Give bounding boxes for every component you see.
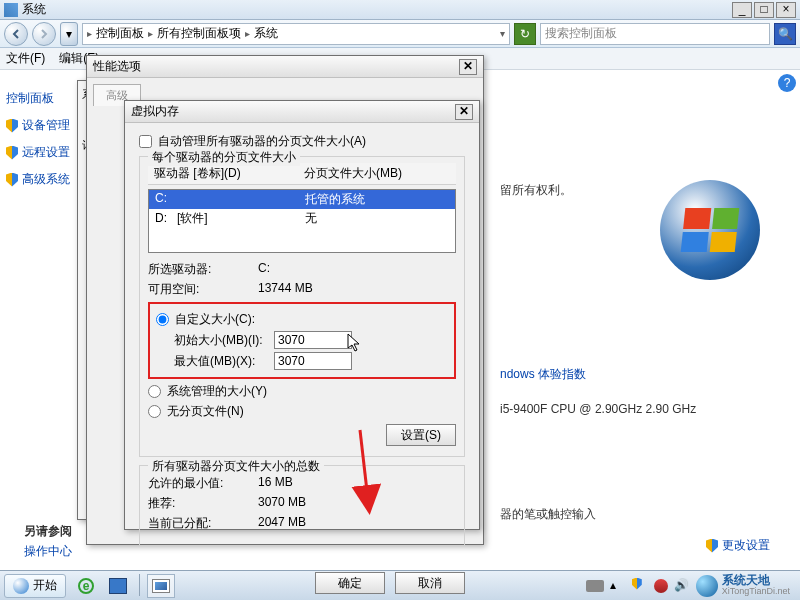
back-button[interactable] (4, 22, 28, 46)
breadcrumb[interactable]: ▸ 控制面板 ▸ 所有控制面板项 ▸ 系统 ▾ (82, 23, 510, 45)
action-center-link[interactable]: 操作中心 (24, 543, 72, 560)
recommended-label: 推荐: (148, 495, 258, 512)
help-button[interactable]: ? (778, 74, 796, 92)
shield-icon (6, 146, 18, 160)
drive-list[interactable]: C: 托管的系统 D: [软件] 无 (148, 189, 456, 253)
sidelink-control-panel[interactable]: 控制面板 (6, 90, 84, 107)
start-orb-icon (13, 578, 29, 594)
sidelink-remote-settings[interactable]: 远程设置 (6, 144, 84, 161)
virtual-memory-dialog: 虚拟内存 ✕ 自动管理所有驱动器的分页文件大小(A) 每个驱动器的分页文件大小 … (124, 100, 480, 530)
search-button[interactable]: 🔍 (774, 23, 796, 45)
shield-icon (6, 173, 18, 187)
vm-dialog-title: 虚拟内存 (131, 103, 455, 120)
breadcrumb-seg[interactable]: 系统 (252, 25, 280, 42)
custom-size-radio[interactable] (156, 313, 169, 326)
vm-ok-button[interactable]: 确定 (315, 572, 385, 594)
perf-dialog-title: 性能选项 (93, 58, 459, 75)
chevron-icon: ▸ (245, 28, 250, 39)
watermark-brand: 系统天地 XiTongTianDi.net (696, 575, 790, 597)
initial-size-input[interactable] (274, 331, 352, 349)
vm-dialog-close[interactable]: ✕ (455, 104, 473, 120)
pen-text: 器的笔或触控输入 (500, 506, 696, 524)
perf-dialog-titlebar: 性能选项 ✕ (87, 56, 483, 78)
globe-icon (696, 575, 718, 597)
search-input[interactable]: 搜索控制面板 (540, 23, 770, 45)
history-dropdown[interactable]: ▾ (60, 22, 78, 46)
min-allowed-value: 16 MB (258, 475, 293, 492)
drive-row[interactable]: D: [软件] 无 (149, 209, 455, 228)
close-button[interactable]: × (776, 2, 796, 18)
tray-up-icon[interactable]: ▴ (610, 578, 626, 594)
max-size-label: 最大值(MB)(X): (174, 353, 274, 370)
max-size-input[interactable] (274, 352, 352, 370)
breadcrumb-seg[interactable]: 所有控制面板项 (155, 25, 243, 42)
tray-flag-icon[interactable] (632, 578, 648, 594)
main-window-titlebar: 系统 _ □ × (0, 0, 800, 20)
chevron-icon: ▸ (87, 28, 92, 39)
start-label: 开始 (33, 577, 57, 594)
navigation-bar: ▾ ▸ 控制面板 ▸ 所有控制面板项 ▸ 系统 ▾ ↻ 搜索控制面板 🔍 (0, 20, 800, 48)
vm-cancel-button[interactable]: 取消 (395, 572, 465, 594)
chevron-icon: ▸ (148, 28, 153, 39)
maximize-button[interactable]: □ (754, 2, 774, 18)
cpu-text: i5-9400F CPU @ 2.90GHz 2.90 GHz (500, 402, 696, 420)
tray-network-icon[interactable] (654, 579, 668, 593)
initial-size-label: 初始大小(MB)(I): (174, 332, 274, 349)
see-also-heading: 另请参阅 (24, 523, 72, 540)
set-button[interactable]: 设置(S) (386, 424, 456, 446)
sidelink-device-manager[interactable]: 设备管理 (6, 117, 84, 134)
min-allowed-label: 允许的最小值: (148, 475, 258, 492)
drive-header-size: 分页文件大小(MB) (298, 163, 408, 184)
shield-icon (706, 539, 718, 553)
recommended-value: 3070 MB (258, 495, 306, 512)
custom-size-label: 自定义大小(C): (175, 311, 255, 328)
chevron-down-icon[interactable]: ▾ (500, 28, 505, 39)
change-settings-link[interactable]: 更改设置 (706, 537, 770, 554)
breadcrumb-seg[interactable]: 控制面板 (94, 25, 146, 42)
system-managed-label: 系统管理的大小(Y) (167, 383, 267, 400)
perf-dialog-close[interactable]: ✕ (459, 59, 477, 75)
drive-header-drive: 驱动器 [卷标](D) (148, 163, 298, 184)
selected-drive-value: C: (258, 261, 270, 278)
current-alloc-label: 当前已分配: (148, 515, 258, 532)
refresh-button[interactable]: ↻ (514, 23, 536, 45)
no-paging-label: 无分页文件(N) (167, 403, 244, 420)
menu-file[interactable]: 文件(F) (6, 50, 45, 67)
selected-drive-label: 所选驱动器: (148, 261, 258, 278)
system-tray: ▴ 🔊 系统天地 XiTongTianDi.net (586, 575, 796, 597)
search-placeholder: 搜索控制面板 (545, 25, 617, 42)
tray-keyboard-icon[interactable] (586, 580, 604, 592)
avail-space-label: 可用空间: (148, 281, 258, 298)
shield-icon (6, 119, 18, 133)
system-info-fragments: 留所有权利。 ndows 体验指数 i5-9400F CPU @ 2.90GHz… (500, 182, 696, 600)
drive-row[interactable]: C: 托管的系统 (149, 190, 455, 209)
avail-space-value: 13744 MB (258, 281, 313, 298)
system-managed-radio[interactable] (148, 385, 161, 398)
sidelink-advanced-system[interactable]: 高级系统 (6, 171, 84, 188)
totals-group-label: 所有驱动器分页文件大小的总数 (148, 458, 324, 475)
custom-size-highlight: 自定义大小(C): 初始大小(MB)(I): 最大值(MB)(X): (148, 302, 456, 379)
system-icon (4, 3, 18, 17)
no-paging-radio[interactable] (148, 405, 161, 418)
auto-manage-label: 自动管理所有驱动器的分页文件大小(A) (158, 133, 366, 150)
wei-text: ndows 体验指数 (500, 366, 696, 384)
start-button[interactable]: 开始 (4, 574, 66, 598)
drives-group-label: 每个驱动器的分页文件大小 (148, 149, 300, 166)
rights-text: 留所有权利。 (500, 182, 696, 200)
vm-dialog-titlebar: 虚拟内存 ✕ (125, 101, 479, 123)
current-alloc-value: 2047 MB (258, 515, 306, 532)
tray-volume-icon[interactable]: 🔊 (674, 578, 690, 594)
forward-button[interactable] (32, 22, 56, 46)
auto-manage-checkbox[interactable] (139, 135, 152, 148)
minimize-button[interactable]: _ (732, 2, 752, 18)
main-window-title: 系统 (22, 1, 732, 18)
taskbar-browser-icon[interactable]: e (72, 574, 100, 598)
